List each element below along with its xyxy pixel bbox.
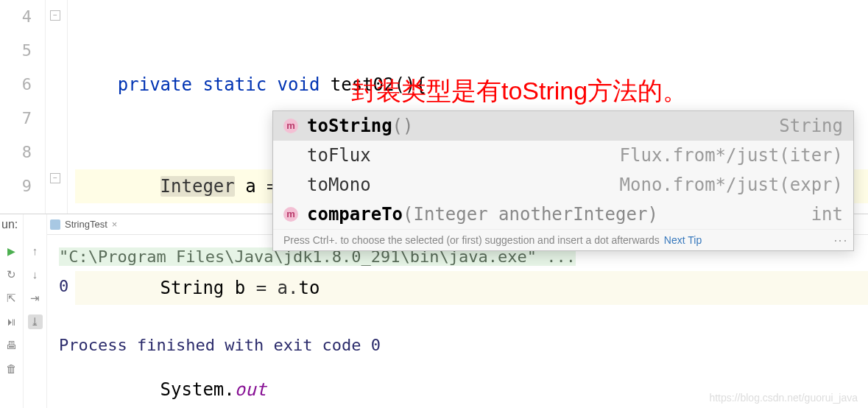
match-text: compareTo <box>307 204 403 225</box>
completion-item[interactable]: m compareTo(Integer anotherInteger) int <box>273 200 853 229</box>
footer-hint-text: Press Ctrl+. to choose the selected (or … <box>283 234 660 246</box>
variable: b <box>235 278 245 298</box>
match-text: to <box>307 175 328 195</box>
code-line-current[interactable]: String b = a.to <box>75 271 868 305</box>
scroll-end-icon[interactable]: ⤓ <box>28 314 43 329</box>
completion-item[interactable]: m toMono Mono.from*/just(expr) <box>273 170 853 200</box>
blank-icon: m <box>283 148 298 163</box>
variable: a <box>245 176 255 197</box>
method-icon: m <box>283 207 298 222</box>
match-text: to <box>307 145 328 166</box>
run-toolbar-mid: ↑ ↓ ⇥ ⤓ <box>24 214 47 408</box>
fold-toggle-icon[interactable]: − <box>50 10 60 21</box>
completion-return-type: int <box>811 204 843 225</box>
method-call: to <box>298 278 320 298</box>
type-name: Integer <box>160 176 235 197</box>
more-icon[interactable]: ⋮ <box>839 234 843 246</box>
blank-icon: m <box>283 177 298 192</box>
completion-name: Mono <box>328 175 371 195</box>
trash-icon[interactable]: 🗑 <box>4 362 19 376</box>
keyword: private <box>118 74 192 95</box>
line-number: 4 <box>0 0 32 34</box>
match-text: to <box>307 116 328 136</box>
method-icon: m <box>283 119 298 133</box>
fold-column: − − <box>46 0 68 214</box>
class-ref: System. <box>160 379 235 400</box>
run-toolbar-left: ▶ ↻ ⇱ ⏯ 🖶 🗑 <box>0 214 24 408</box>
completion-footer: Press Ctrl+. to choose the selected (or … <box>273 229 853 250</box>
completion-name: String <box>328 116 392 136</box>
run-panel-label: un: <box>1 218 18 231</box>
code-text: = a. <box>245 278 298 298</box>
tool-icon[interactable]: ⏯ <box>4 314 19 329</box>
wrap-icon[interactable]: ⇥ <box>28 291 43 306</box>
tool-icon[interactable]: ⇱ <box>4 291 19 306</box>
completion-params: () <box>392 116 414 136</box>
print-icon[interactable]: 🖶 <box>4 338 19 353</box>
annotation-overlay-text: 封装类型是有toString方法的。 <box>351 74 688 108</box>
line-number: 6 <box>0 68 32 102</box>
completion-item[interactable]: m toFlux Flux.from*/just(iter) <box>273 141 853 170</box>
fold-toggle-icon[interactable]: − <box>50 173 60 183</box>
next-tip-link[interactable]: Next Tip <box>664 234 702 246</box>
keyword: void <box>278 74 320 95</box>
line-number: 7 <box>0 102 32 136</box>
run-icon[interactable]: ▶ <box>4 244 19 258</box>
arrow-down-icon[interactable]: ↓ <box>28 267 43 282</box>
line-number: 8 <box>0 136 32 169</box>
completion-params: (Integer anotherInteger) <box>403 204 658 225</box>
file-icon <box>50 219 60 230</box>
keyword: static <box>202 74 267 95</box>
completion-return-type: Mono.from*/just(expr) <box>620 175 843 195</box>
watermark-text: https://blog.csdn.net/guorui_java <box>709 392 858 404</box>
tool-icon[interactable]: ↻ <box>4 267 19 282</box>
line-number-gutter: 4 5 6 7 8 9 <box>0 0 46 214</box>
code-completion-popup[interactable]: m toString() String m toFlux Flux.from*/… <box>272 110 854 251</box>
type-name: String <box>160 278 225 298</box>
arrow-up-icon[interactable]: ↑ <box>28 244 43 258</box>
static-field: out <box>235 379 267 400</box>
completion-name: Flux <box>328 145 371 166</box>
line-number: 9 <box>0 169 32 203</box>
completion-item-selected[interactable]: m toString() String <box>273 111 853 141</box>
console-output-line: 0 <box>59 277 68 295</box>
line-number: 5 <box>0 34 32 68</box>
completion-return-type: Flux.from*/just(iter) <box>620 145 843 166</box>
completion-return-type: String <box>779 116 843 136</box>
